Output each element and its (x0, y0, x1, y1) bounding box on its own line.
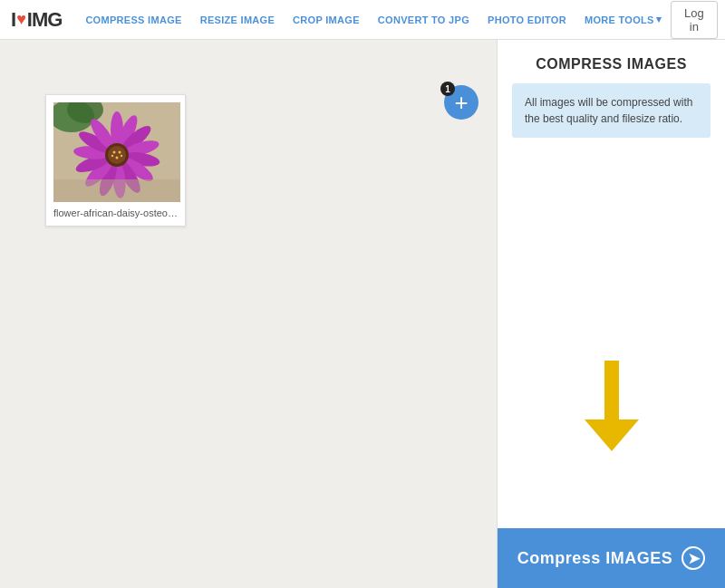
compress-btn-label: Compress IMAGES (517, 549, 673, 568)
login-button[interactable]: Log in (671, 1, 718, 39)
info-box: All images will be compressed with the b… (512, 83, 710, 138)
svg-rect-24 (53, 179, 180, 202)
header-actions: Log in Sign up ☰ (671, 1, 725, 39)
right-panel: COMPRESS IMAGES All images will be compr… (497, 40, 725, 588)
nav-more-tools[interactable]: MORE TOOLS ▾ (575, 14, 671, 25)
badge-count: 1 (440, 82, 455, 96)
nav-resize[interactable]: RESIZE IMAGE (191, 14, 284, 25)
logo-img-text: IMG (27, 8, 63, 32)
main-content: 1 + (0, 40, 725, 588)
svg-point-18 (108, 146, 126, 164)
image-filename: flower-african-daisy-osteosper... (53, 207, 178, 218)
svg-point-20 (119, 151, 121, 154)
svg-point-22 (111, 155, 113, 157)
svg-point-23 (121, 155, 122, 157)
right-panel-title: COMPRESS IMAGES (498, 40, 725, 83)
add-button-area: 1 + (444, 85, 478, 120)
logo[interactable]: I ♥ IMG (11, 8, 62, 32)
main-nav: COMPRESS IMAGE RESIZE IMAGE CROP IMAGE C… (76, 14, 671, 25)
logo-text: I (11, 8, 15, 32)
image-card[interactable]: flower-african-daisy-osteosper... (45, 94, 186, 227)
logo-heart-icon: ♥ (16, 10, 26, 29)
svg-rect-25 (604, 361, 619, 419)
left-panel: 1 + (0, 40, 497, 588)
svg-marker-26 (585, 419, 639, 451)
flower-svg (53, 102, 180, 202)
image-thumbnail (53, 102, 180, 202)
nav-photo[interactable]: PHOTO EDITOR (478, 14, 575, 25)
nav-crop[interactable]: CROP IMAGE (284, 14, 369, 25)
info-text: All images will be compressed with the b… (525, 96, 692, 125)
arrow-icon (585, 361, 639, 451)
nav-compress[interactable]: COMPRESS IMAGE (76, 14, 190, 25)
compress-btn-icon: ➤ (682, 546, 705, 570)
nav-convert[interactable]: CONVERT TO JPG (369, 14, 478, 25)
header: I ♥ IMG COMPRESS IMAGE RESIZE IMAGE CROP… (0, 0, 725, 40)
add-badge: 1 + (444, 85, 478, 120)
svg-point-21 (116, 157, 119, 159)
svg-point-19 (113, 151, 116, 154)
compress-button[interactable]: Compress IMAGES ➤ (498, 528, 725, 588)
arrow-area (498, 152, 725, 528)
chevron-down-icon: ▾ (656, 14, 662, 25)
